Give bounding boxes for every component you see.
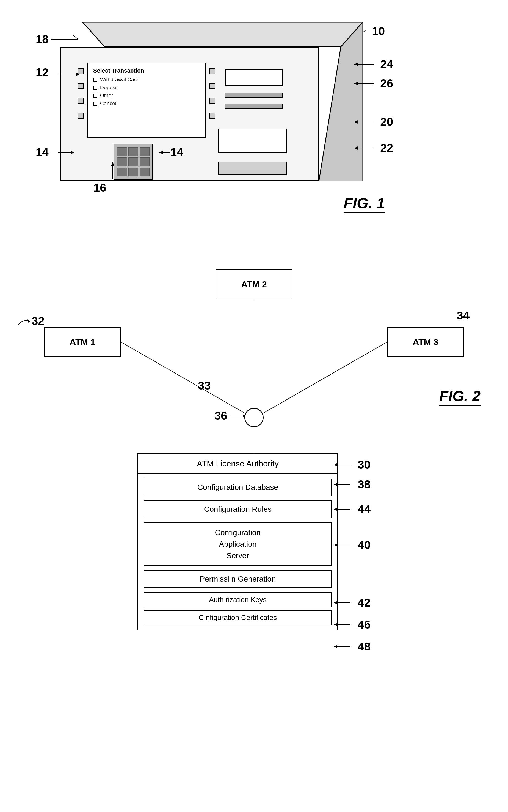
ref-14a-label: 14: [36, 146, 49, 159]
config-db-box: Configuration Database: [144, 479, 332, 496]
ref-36-label: 36: [214, 409, 252, 423]
svg-marker-32: [334, 483, 337, 486]
config-certs-box: C nfiguration Certificates: [144, 610, 332, 625]
ref-38-label: 38: [334, 478, 371, 491]
config-app-server-box: ConfigurationApplicationServer: [144, 522, 332, 566]
ref-30-label: 30: [334, 458, 371, 471]
svg-marker-26: [28, 320, 30, 323]
key-5: [128, 157, 138, 166]
atm-right-face: [319, 22, 363, 181]
btn-r3: [209, 98, 215, 104]
atm1-box: ATM 1: [44, 327, 121, 357]
ref-20-label: 20: [354, 115, 393, 129]
ref-44-label: 44: [334, 503, 371, 516]
display-strip-1: [225, 93, 283, 98]
svg-marker-19: [354, 120, 357, 124]
side-buttons-right: [209, 68, 215, 119]
key-7: [117, 168, 127, 176]
license-authority-title: ATM License Authority: [138, 454, 337, 474]
ref-42-label: 42: [334, 596, 371, 609]
screen-item-3: Other: [93, 93, 200, 99]
ref-33-label: 33: [198, 379, 211, 392]
atm-screen: Select Transaction Withdrawal Cash Depos…: [87, 63, 206, 138]
atm-machine-3d: Select Transaction Withdrawal Cash Depos…: [60, 22, 363, 181]
svg-marker-15: [354, 63, 357, 66]
svg-marker-21: [354, 146, 357, 150]
checkbox-3: [93, 94, 97, 98]
svg-marker-28: [243, 414, 246, 418]
ref-46-label: 46: [334, 618, 371, 631]
svg-marker-3: [319, 22, 363, 181]
svg-line-24: [263, 342, 387, 414]
svg-marker-13: [111, 162, 114, 166]
checkbox-1: [93, 78, 97, 82]
key-3: [140, 147, 150, 156]
ref-16-label: 16: [93, 181, 107, 194]
auth-keys-box: Auth rization Keys: [144, 592, 332, 607]
ref-34-label: 34: [457, 309, 469, 322]
svg-marker-40: [334, 623, 337, 626]
license-authority-block: ATM License Authority Configuration Data…: [137, 453, 338, 630]
key-1: [117, 147, 127, 156]
display-strip-2: [225, 104, 283, 109]
screen-item-4: Cancel: [93, 101, 200, 107]
fig1-section: 10: [22, 16, 407, 214]
key-2: [128, 147, 138, 156]
svg-marker-42: [334, 645, 337, 648]
btn-l3: [78, 98, 84, 104]
btn-r2: [209, 83, 215, 89]
ref-26-label: 26: [354, 77, 393, 90]
ref-18-label: 18: [36, 33, 84, 46]
svg-marker-9: [71, 151, 74, 154]
atm2-box: ATM 2: [215, 269, 293, 299]
svg-line-23: [121, 342, 245, 414]
ref-12-label: 12: [36, 66, 49, 79]
btn-r1: [209, 68, 215, 74]
ref-10: 10: [372, 25, 385, 38]
ref-40-label: 40: [334, 538, 371, 552]
screen-item-2: Deposit: [93, 85, 200, 91]
svg-marker-38: [334, 601, 337, 604]
checkbox-2: [93, 86, 97, 90]
page: 10: [0, 0, 508, 812]
keypad: [114, 144, 153, 180]
ref-48-label: 48: [334, 640, 371, 653]
checkbox-4: [93, 102, 97, 106]
svg-marker-7: [76, 73, 80, 76]
fig2-label: FIG. 2: [439, 387, 480, 404]
key-8: [128, 168, 138, 176]
svg-line-5: [73, 35, 78, 39]
card-slot: [225, 69, 283, 86]
btn-l4: [78, 113, 84, 119]
ref-24-label: 24: [354, 58, 393, 71]
permission-gen-box: Permissi n Generation: [144, 570, 332, 588]
screen-title: Select Transaction: [93, 67, 200, 74]
svg-marker-36: [334, 543, 337, 546]
svg-marker-11: [160, 151, 163, 154]
key-9: [140, 168, 150, 176]
svg-marker-17: [354, 82, 357, 85]
svg-marker-30: [334, 463, 337, 467]
ref-22-label: 22: [354, 141, 393, 155]
fig2-section: 32 ATM 1 ATM 2 ATM 3 34 33 36: [0, 236, 508, 812]
fig1-label: FIG. 1: [344, 194, 385, 211]
btn-r4: [209, 113, 215, 119]
svg-marker-34: [334, 508, 337, 511]
receipt-slot: [218, 129, 287, 153]
cash-slot: [218, 161, 287, 175]
server-block: ATM License Authority Configuration Data…: [137, 453, 338, 630]
btn-l2: [78, 83, 84, 89]
key-6: [140, 157, 150, 166]
ref-32-label: 32: [15, 315, 45, 328]
key-4: [117, 157, 127, 166]
atm-front-face: Select Transaction Withdrawal Cash Depos…: [60, 47, 319, 181]
config-rules-box: Configuration Rules: [144, 500, 332, 518]
screen-item-1: Withdrawal Cash: [93, 77, 200, 83]
atm3-box: ATM 3: [387, 327, 464, 357]
